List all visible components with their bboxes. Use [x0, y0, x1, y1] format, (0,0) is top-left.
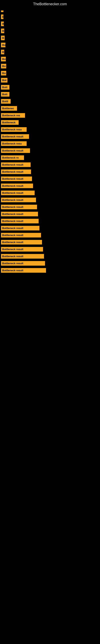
bar-row: Bottleneck result — [1, 147, 100, 154]
bar-row: Bo — [1, 70, 100, 77]
bar-row: Bottlenec — [1, 105, 100, 112]
bar-label: Bott — [1, 85, 9, 90]
bar-row: Bottleneck result — [1, 168, 100, 175]
bar-label: Bottleneck res — [1, 113, 25, 118]
bar-row: Bot — [1, 77, 100, 84]
bar-row: B — [1, 20, 100, 27]
bar-row: Bottleneck result — [1, 133, 100, 140]
bar-row: B — [1, 13, 100, 20]
bar-label: Bo — [1, 43, 5, 47]
bar-row: Bo — [1, 56, 100, 62]
bar-label: Bottleneck result — [1, 226, 39, 230]
bar-row: Bottleneck result — [1, 267, 100, 274]
bar-row: Bottleneck result — [1, 218, 100, 224]
bar-label: B — [1, 50, 4, 54]
bar-label: Bottleneck result — [1, 247, 43, 252]
bar-label: Bottl — [1, 99, 11, 104]
bar-row: Bottleneck re — [1, 154, 100, 161]
bar-label: B — [1, 14, 3, 19]
bar-row: Bott — [1, 84, 100, 91]
bar-row: Bottleneck result — [1, 190, 100, 196]
bar-row: Bottleneck resu — [1, 126, 100, 133]
bar-row: Bottleneck result — [1, 204, 100, 210]
bar-label: Bottleneck — [1, 120, 19, 125]
bar-row: Bottleneck result — [1, 232, 100, 239]
bar-label: Bottleneck result — [1, 268, 46, 273]
bar-label: Bottleneck result — [1, 170, 31, 174]
bar-label: Bottleneck result — [1, 212, 38, 216]
site-title: TheBottlenecker.com — [0, 0, 100, 9]
bar-label: B — [1, 28, 4, 33]
bar-row: Bo — [1, 62, 100, 70]
bar-row: Bottleneck res — [1, 112, 100, 119]
bar-label — [1, 10, 3, 12]
bar-label: Bottleneck result — [1, 198, 36, 202]
bar-label: Bottleneck result — [1, 134, 29, 139]
bar-label: Bottleneck result — [1, 240, 42, 244]
bar-row: Bottleneck result — [1, 239, 100, 246]
bar-row: Bottl — [1, 98, 100, 105]
bar-row: Bottleneck result — [1, 224, 100, 232]
bar-label: Bo — [1, 64, 6, 68]
bar-row — [1, 9, 100, 13]
bar-row: Bottleneck result — [1, 260, 100, 267]
bar-label: Bottleneck result — [1, 176, 32, 181]
bar-label: Bottleneck result — [1, 148, 30, 153]
bar-row: Bottleneck result — [1, 196, 100, 204]
bar-label: Bot — [1, 78, 7, 82]
bar-label: Bottleneck result — [1, 233, 41, 238]
bar-label: Bottleneck result — [1, 261, 45, 266]
bar-row: Bottleneck resu — [1, 140, 100, 147]
bar-label: Bottleneck resu — [1, 141, 27, 146]
bar-row: B — [1, 27, 100, 34]
bar-label: Bottleneck result — [1, 162, 31, 167]
bar-label: Bottleneck resu — [1, 127, 27, 132]
bar-row: Bo — [1, 42, 100, 48]
bar-row: Bott — [1, 91, 100, 98]
bar-row: Bottleneck result — [1, 182, 100, 190]
bar-label: Bottleneck result — [1, 254, 44, 258]
bar-row: Bottleneck result — [1, 253, 100, 260]
bar-row: Bottleneck result — [1, 246, 100, 253]
bar-label: Bottleneck result — [1, 205, 37, 209]
bar-row: Bottleneck result — [1, 175, 100, 182]
bar-label: Bott — [1, 92, 9, 96]
bar-label: Bo — [1, 57, 6, 62]
bar-label: B — [1, 36, 4, 40]
bar-label: Bottleneck result — [1, 190, 35, 195]
bar-row: Bottleneck result — [1, 210, 100, 218]
bar-label: Bottleneck result — [1, 219, 39, 224]
bar-label: Bottleneck re — [1, 155, 24, 160]
bar-row: Bottleneck result — [1, 161, 100, 168]
bar-row: B — [1, 34, 100, 42]
bars-wrapper: BBBBBoBBoBoBoBotBottBottBottlBottlenecBo… — [0, 9, 100, 274]
bar-label: Bottleneck result — [1, 184, 33, 188]
bar-row: B — [1, 48, 100, 56]
bar-label: Bo — [1, 71, 6, 76]
bar-label: B — [1, 22, 4, 26]
bar-label: Bottlenec — [1, 106, 17, 111]
bar-row: Bottleneck — [1, 119, 100, 126]
